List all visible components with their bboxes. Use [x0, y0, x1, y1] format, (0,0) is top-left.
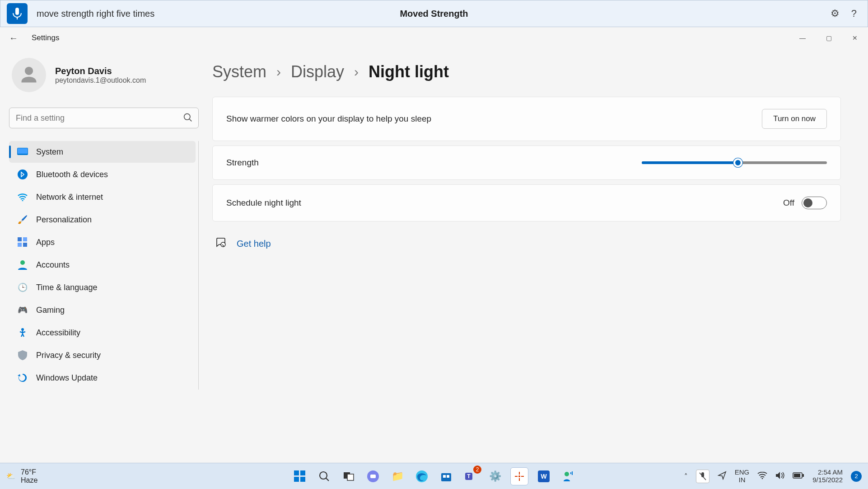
settings-window: ← Settings ― ▢ ✕ Peyton Davis peytondavi… [0, 27, 868, 463]
profile-name: Peyton Davis [55, 66, 146, 76]
voice-command-text: move strength right five times [37, 9, 154, 19]
brush-icon: 🖌️ [17, 214, 28, 225]
minimize-button[interactable]: ― [789, 28, 816, 47]
taskbar: ⛅ 76°F Haze 📁 T 2 ⚙️ W ˄ ENG IN [0, 463, 868, 489]
svg-rect-17 [347, 474, 354, 480]
sidebar: Peyton Davis peytondavis.1@outlook.com S… [0, 49, 199, 463]
strength-slider[interactable] [642, 161, 827, 164]
tray-clock[interactable]: 2:54 AM 9/15/2022 [812, 469, 843, 484]
turn-on-now-button[interactable]: Turn on now [762, 109, 827, 129]
breadcrumb: System › Display › Night light [212, 62, 841, 81]
taskbar-search[interactable] [315, 467, 333, 485]
tray-mic-mute[interactable] [696, 470, 709, 483]
taskbar-edge[interactable] [413, 467, 431, 485]
display-icon [17, 146, 28, 157]
sidebar-item-personalization[interactable]: 🖌️ Personalization [9, 209, 196, 230]
sidebar-item-bluetooth[interactable]: Bluetooth & devices [9, 164, 196, 185]
breadcrumb-display[interactable]: Display [291, 62, 344, 81]
sidebar-item-system[interactable]: System [9, 141, 196, 163]
teams-badge: 2 [473, 465, 481, 474]
svg-text:T: T [467, 473, 471, 480]
schedule-toggle[interactable] [802, 197, 827, 209]
sidebar-item-network[interactable]: Network & internet [9, 186, 196, 208]
slider-thumb[interactable] [733, 158, 742, 167]
sidebar-item-accounts[interactable]: Accounts [9, 254, 196, 276]
profile-block[interactable]: Peyton Davis peytondavis.1@outlook.com [9, 58, 199, 92]
accessibility-icon [17, 327, 28, 338]
system-tray: ˄ ENG IN 2:54 AM 9/15/2022 2 [684, 469, 862, 484]
tray-battery-icon[interactable] [793, 472, 804, 480]
search-icon[interactable] [183, 113, 192, 124]
sidebar-item-label: Gaming [36, 306, 65, 315]
search-input[interactable] [9, 108, 199, 128]
svg-point-26 [518, 475, 520, 477]
tray-overflow[interactable]: ˄ [684, 472, 688, 480]
window-titlebar: ← Settings ― ▢ ✕ [0, 27, 868, 49]
svg-rect-7 [23, 243, 27, 247]
sidebar-item-label: Privacy & security [36, 351, 101, 360]
person-icon [19, 65, 39, 85]
get-help-link[interactable]: Get help [237, 239, 271, 249]
taskbar-file-explorer[interactable]: 📁 [388, 467, 406, 485]
svg-rect-6 [18, 243, 22, 247]
clock-icon: 🕒 [17, 282, 28, 293]
svg-rect-21 [441, 473, 451, 481]
tray-location-icon[interactable] [718, 471, 727, 481]
sidebar-item-label: Bluetooth & devices [36, 170, 108, 179]
microphone-icon [12, 8, 22, 19]
taskbar-snipping-tool[interactable] [510, 467, 528, 485]
toggle-knob [803, 198, 812, 207]
help-chat-icon [215, 237, 226, 250]
taskbar-settings[interactable]: ⚙️ [486, 467, 504, 485]
svg-point-30 [762, 478, 763, 479]
sidebar-item-privacy[interactable]: Privacy & security [9, 344, 196, 366]
taskbar-voice-access[interactable] [559, 467, 577, 485]
sidebar-item-label: Accounts [36, 260, 70, 270]
tray-volume-icon[interactable] [775, 471, 784, 481]
taskbar-store[interactable] [437, 467, 455, 485]
tray-wifi-icon[interactable] [757, 472, 767, 480]
sidebar-item-time-language[interactable]: 🕒 Time & language [9, 277, 196, 298]
svg-rect-33 [803, 474, 804, 477]
maximize-button[interactable]: ▢ [816, 28, 842, 47]
back-button[interactable]: ← [9, 33, 18, 43]
taskbar-weather[interactable]: ⛅ 76°F Haze [6, 468, 37, 484]
svg-rect-11 [294, 470, 299, 475]
taskbar-center: 📁 T 2 ⚙️ W [291, 467, 577, 485]
close-button[interactable]: ✕ [842, 28, 868, 47]
weather-icon: ⛅ [6, 472, 15, 480]
svg-point-8 [20, 260, 25, 265]
svg-point-10 [221, 242, 225, 247]
taskbar-chat[interactable] [364, 467, 382, 485]
svg-rect-12 [300, 470, 305, 475]
voice-settings-icon[interactable]: ⚙ [831, 8, 840, 19]
bluetooth-icon [17, 169, 28, 180]
sidebar-item-label: Accessibility [36, 328, 80, 338]
tray-language[interactable]: ENG IN [735, 469, 750, 484]
wifi-icon [17, 192, 28, 202]
voice-mic-button[interactable] [7, 3, 28, 24]
breadcrumb-system[interactable]: System [212, 62, 266, 81]
shield-icon [17, 350, 28, 361]
profile-email: peytondavis.1@outlook.com [55, 76, 146, 85]
sidebar-item-windows-update[interactable]: Windows Update [9, 367, 196, 389]
task-view[interactable] [340, 467, 358, 485]
start-button[interactable] [291, 467, 309, 485]
svg-point-29 [565, 472, 569, 476]
voice-help-icon[interactable]: ? [851, 8, 857, 19]
slider-fill [642, 161, 738, 164]
svg-rect-19 [370, 475, 376, 478]
sidebar-item-accessibility[interactable]: Accessibility [9, 322, 196, 343]
taskbar-teams[interactable]: T 2 [462, 467, 480, 485]
sidebar-nav: System Bluetooth & devices Network & int… [9, 141, 199, 390]
tray-notifications[interactable]: 2 [851, 471, 862, 482]
avatar [12, 58, 46, 92]
taskbar-word[interactable]: W [535, 467, 553, 485]
sidebar-item-gaming[interactable]: 🎮 Gaming [9, 299, 196, 321]
breadcrumb-current: Night light [369, 62, 449, 81]
sidebar-item-label: Time & language [36, 283, 97, 292]
main-content: System › Display › Night light Show warm… [199, 49, 868, 463]
sidebar-item-apps[interactable]: Apps [9, 231, 196, 253]
svg-rect-13 [294, 477, 299, 482]
sidebar-item-label: Network & internet [36, 193, 103, 202]
